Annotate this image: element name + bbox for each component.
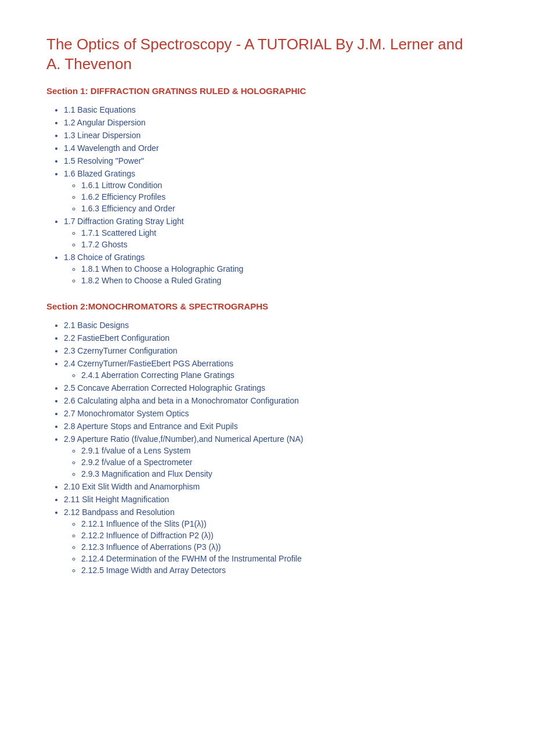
list-item[interactable]: 2.1 Basic Designs [64,321,488,330]
list-item[interactable]: 1.8.1 When to Choose a Holographic Grati… [81,264,488,273]
list-item-link[interactable]: 1.4 Wavelength and Order [64,143,159,153]
list-item-link[interactable]: 2.3 CzernyTurner Configuration [64,346,178,355]
list-item[interactable]: 2.4.1 Aberration Correcting Plane Gratin… [81,370,488,380]
list-item[interactable]: 1.4 Wavelength and Order [64,143,488,153]
sub-list-item-link[interactable]: 2.9.1 f/value of a Lens System [81,446,190,455]
list-item[interactable]: 2.12.1 Influence of the Slits (P1(λ)) [81,519,488,528]
list-item[interactable]: 2.4 CzernyTurner/FastieEbert PGS Aberrat… [64,359,488,380]
list-item[interactable]: 2.9 Aperture Ratio (f/value,f/Number),an… [64,434,488,478]
list-item[interactable]: 2.9.1 f/value of a Lens System [81,446,488,455]
list-item-link[interactable]: 1.5 Resolving "Power" [64,156,144,165]
list-item[interactable]: 2.8 Aperture Stops and Entrance and Exit… [64,422,488,431]
list-item[interactable]: 1.7.2 Ghosts [81,240,488,249]
sub-list-item-link[interactable]: 2.4.1 Aberration Correcting Plane Gratin… [81,370,234,380]
list-item[interactable]: 2.12 Bandpass and Resolution2.12.1 Influ… [64,507,488,575]
list-item-link[interactable]: 1.8 Choice of Gratings [64,253,145,262]
list-item[interactable]: 2.12.2 Influence of Diffraction P2 (λ)) [81,531,488,540]
list-item-link[interactable]: 2.11 Slit Height Magnification [64,495,169,504]
list-item-link[interactable]: 2.7 Monochromator System Optics [64,409,189,418]
list-item-link[interactable]: 2.8 Aperture Stops and Entrance and Exit… [64,422,238,431]
list-item-link[interactable]: 2.1 Basic Designs [64,321,129,330]
sub-list-item-link[interactable]: 2.12.4 Determination of the FWHM of the … [81,554,302,563]
list-item[interactable]: 1.6.3 Efficiency and Order [81,204,488,213]
sub-list-item-link[interactable]: 1.6.3 Efficiency and Order [81,204,175,213]
list-item-link[interactable]: 1.3 Linear Dispersion [64,131,140,140]
sub-list-item-link[interactable]: 1.6.1 Littrow Condition [81,181,162,190]
list-item-link[interactable]: 2.4 CzernyTurner/FastieEbert PGS Aberrat… [64,359,233,368]
main-list-section2: 2.1 Basic Designs2.2 FastieEbert Configu… [46,321,488,575]
sub-list: 1.8.1 When to Choose a Holographic Grati… [64,264,488,285]
list-item[interactable]: 1.7 Diffraction Grating Stray Light1.7.1… [64,217,488,249]
list-item[interactable]: 2.12.4 Determination of the FWHM of the … [81,554,488,563]
section-section2: Section 2:MONOCHROMATORS & SPECTROGRAPHS… [46,301,488,575]
sub-list-item-link[interactable]: 2.12.2 Influence of Diffraction P2 (λ)) [81,531,214,540]
title-line1: The Optics of Spectroscopy - A TUTORIAL … [46,35,463,53]
list-item[interactable]: 2.12.3 Influence of Aberrations (P3 (λ)) [81,542,488,552]
sub-list: 1.7.1 Scattered Light1.7.2 Ghosts [64,228,488,249]
section-section1: Section 1: DIFFRACTION GRATINGS RULED & … [46,86,488,285]
list-item-link[interactable]: 2.9 Aperture Ratio (f/value,f/Number),an… [64,434,303,444]
sub-list-item-link[interactable]: 1.7.2 Ghosts [81,240,127,249]
list-item-link[interactable]: 1.6 Blazed Gratings [64,169,135,178]
main-list-section1: 1.1 Basic Equations1.2 Angular Dispersio… [46,105,488,285]
sub-list-item-link[interactable]: 2.12.5 Image Width and Array Detectors [81,566,226,575]
sub-list: 2.4.1 Aberration Correcting Plane Gratin… [64,370,488,380]
list-item[interactable]: 2.9.3 Magnification and Flux Density [81,469,488,478]
list-item[interactable]: 1.5 Resolving "Power" [64,156,488,165]
list-item-link[interactable]: 2.10 Exit Slit Width and Anamorphism [64,482,200,491]
list-item[interactable]: 2.5 Concave Aberration Corrected Hologra… [64,383,488,393]
sub-list-item-link[interactable]: 1.7.1 Scattered Light [81,228,156,237]
list-item[interactable]: 1.8.2 When to Choose a Ruled Grating [81,276,488,285]
section-heading-section2: Section 2:MONOCHROMATORS & SPECTROGRAPHS [46,301,488,311]
list-item[interactable]: 1.3 Linear Dispersion [64,131,488,140]
list-item[interactable]: 1.7.1 Scattered Light [81,228,488,237]
section-heading-section1: Section 1: DIFFRACTION GRATINGS RULED & … [46,86,488,96]
list-item-link[interactable]: 1.7 Diffraction Grating Stray Light [64,217,184,226]
title-line2: A. Thevenon [46,55,132,73]
list-item-link[interactable]: 2.12 Bandpass and Resolution [64,507,175,517]
list-item-link[interactable]: 2.5 Concave Aberration Corrected Hologra… [64,383,265,393]
list-item-link[interactable]: 1.1 Basic Equations [64,105,136,114]
sub-list-item-link[interactable]: 2.12.3 Influence of Aberrations (P3 (λ)) [81,542,221,552]
sub-list-item-link[interactable]: 2.9.3 Magnification and Flux Density [81,469,212,478]
list-item[interactable]: 2.9.2 f/value of a Spectrometer [81,458,488,467]
list-item[interactable]: 2.12.5 Image Width and Array Detectors [81,566,488,575]
list-item[interactable]: 2.3 CzernyTurner Configuration [64,346,488,355]
list-item[interactable]: 2.11 Slit Height Magnification [64,495,488,504]
sub-list-item-link[interactable]: 2.9.2 f/value of a Spectrometer [81,458,192,467]
list-item[interactable]: 2.10 Exit Slit Width and Anamorphism [64,482,488,491]
sub-list-item-link[interactable]: 1.8.1 When to Choose a Holographic Grati… [81,264,243,273]
sub-list: 2.9.1 f/value of a Lens System2.9.2 f/va… [64,446,488,478]
list-item[interactable]: 1.1 Basic Equations [64,105,488,114]
list-item[interactable]: 1.6 Blazed Gratings1.6.1 Littrow Conditi… [64,169,488,213]
sub-list-item-link[interactable]: 2.12.1 Influence of the Slits (P1(λ)) [81,519,207,528]
page-title: The Optics of Spectroscopy - A TUTORIAL … [46,35,488,74]
sub-list: 1.6.1 Littrow Condition1.6.2 Efficiency … [64,181,488,213]
sub-list-item-link[interactable]: 1.6.2 Efficiency Profiles [81,192,165,201]
list-item-link[interactable]: 2.2 FastieEbert Configuration [64,333,169,343]
list-item[interactable]: 2.2 FastieEbert Configuration [64,333,488,343]
list-item[interactable]: 1.6.2 Efficiency Profiles [81,192,488,201]
list-item[interactable]: 1.2 Angular Dispersion [64,118,488,127]
list-item-link[interactable]: 2.6 Calculating alpha and beta in a Mono… [64,396,299,405]
sub-list-item-link[interactable]: 1.8.2 When to Choose a Ruled Grating [81,276,221,285]
list-item-link[interactable]: 1.2 Angular Dispersion [64,118,146,127]
list-item[interactable]: 2.7 Monochromator System Optics [64,409,488,418]
list-item[interactable]: 1.8 Choice of Gratings1.8.1 When to Choo… [64,253,488,285]
sub-list: 2.12.1 Influence of the Slits (P1(λ))2.1… [64,519,488,575]
list-item[interactable]: 2.6 Calculating alpha and beta in a Mono… [64,396,488,405]
list-item[interactable]: 1.6.1 Littrow Condition [81,181,488,190]
